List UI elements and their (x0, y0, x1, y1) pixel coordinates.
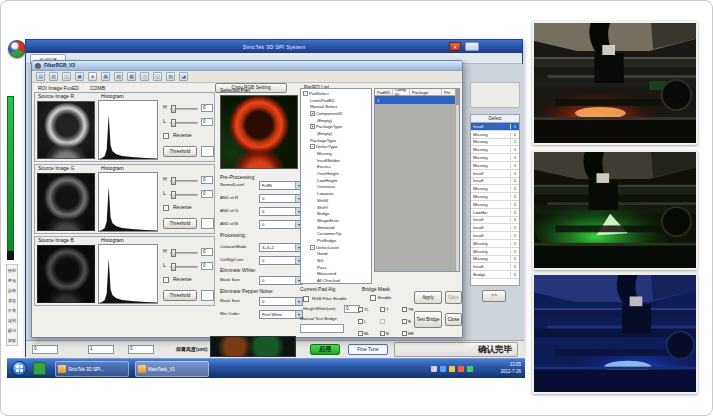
and-g-select[interactable]: 0▾ (259, 207, 303, 216)
tree-item[interactable]: LearnPadED (302, 97, 371, 104)
defect-row[interactable]: Insuff1 (471, 263, 519, 271)
close-button[interactable]: ✕ (449, 42, 461, 51)
min-order-select[interactable]: First White▾ (259, 310, 303, 319)
bottom-field-1[interactable]: 0 (32, 345, 58, 354)
tree-item[interactable]: ShiftY (302, 204, 371, 211)
tree-item[interactable]: All Checked (302, 277, 371, 284)
tree-item[interactable]: +ComponentID (302, 110, 371, 117)
threshold-value[interactable] (201, 218, 214, 229)
tree-item[interactable]: Bridge (302, 210, 371, 217)
defect-row[interactable]: Missing1 (471, 256, 519, 264)
tree-expander-icon[interactable]: + (310, 124, 315, 129)
checkbox[interactable] (402, 307, 407, 312)
toolbar-icon-6[interactable]: ▦ (101, 72, 110, 81)
tree-item[interactable]: (Empty) (302, 130, 371, 137)
defect-row[interactable]: Insuff1 (471, 170, 519, 178)
tree-item[interactable]: Pass (302, 264, 371, 271)
maximize-button[interactable] (465, 42, 479, 51)
tree-item[interactable]: -DefectLevel (302, 244, 371, 251)
tree-item[interactable]: ShiftX (302, 197, 371, 204)
tray-icon-4[interactable] (458, 366, 464, 372)
defect-row[interactable]: Missing1 (471, 240, 519, 248)
tree-item[interactable]: Good (302, 251, 371, 258)
tree-expander-icon[interactable]: - (310, 245, 315, 250)
defect-row[interactable]: Bridge1 (471, 271, 519, 279)
h-slider[interactable] (170, 252, 198, 254)
defect-row[interactable]: Missing1 (471, 154, 519, 162)
tree-item[interactable]: Excess (302, 164, 371, 171)
tree-item[interactable]: (Empty) (302, 117, 371, 124)
tree-item[interactable]: Smeared (302, 224, 371, 231)
tree-item[interactable]: NG (302, 257, 371, 264)
taskbar-item-spi[interactable]: SinicTek 3D SPI... (55, 361, 129, 377)
defect-row[interactable]: Missing1 (471, 162, 519, 170)
tree-item[interactable]: LowHeight (302, 177, 371, 184)
fine-tune-button[interactable]: Fine Tune (348, 344, 388, 355)
h-value-input[interactable]: 0 (201, 176, 213, 184)
reverse-checkbox[interactable] (163, 277, 169, 283)
l-slider-thumb[interactable] (171, 119, 176, 127)
checkbox[interactable] (358, 319, 363, 324)
close-button[interactable]: Close (445, 313, 462, 326)
quick-launch-icon[interactable] (33, 362, 46, 375)
bridge-cell-b[interactable]: B (380, 331, 402, 336)
defect-row[interactable]: Insuff1 (471, 224, 519, 232)
system-tray[interactable] (431, 366, 473, 372)
mask-size-1-select[interactable]: 0▾ (259, 276, 303, 285)
toolbar-icon-3[interactable]: ◫ (62, 72, 71, 81)
toolbar-icon-4[interactable]: ▣ (75, 72, 84, 81)
l-value-input[interactable]: 0 (201, 190, 213, 198)
tree-item[interactable]: InsuffSolder (302, 157, 371, 164)
checkbox[interactable] (358, 331, 363, 336)
l-slider[interactable] (170, 194, 198, 196)
bridge-cell-tl[interactable]: TL (358, 307, 380, 312)
defect-row[interactable]: LowHei1 (471, 209, 519, 217)
confirm-button[interactable]: 确认完毕 (394, 342, 518, 357)
defect-row[interactable]: Missing1 (471, 201, 519, 209)
threshold-value[interactable] (201, 146, 214, 157)
defect-row[interactable]: Missing1 (471, 248, 519, 256)
checkbox[interactable] (402, 331, 407, 336)
toolbar-icon-9[interactable]: ◳ (140, 72, 149, 81)
toolbar-icon-11[interactable]: ▧ (166, 72, 175, 81)
pad-table-scrollbar[interactable] (455, 89, 459, 271)
tree-root[interactable]: -PadSelect (302, 90, 371, 97)
defect-row[interactable]: Missing1 (471, 131, 519, 139)
manual-test-bridge-input[interactable] (300, 324, 344, 333)
bridge-cell-bl[interactable]: BL (358, 331, 380, 336)
toolbar-icon-2[interactable]: ▥ (49, 72, 58, 81)
toolbar-icon-5[interactable]: ● (88, 72, 97, 81)
defect-row[interactable]: Insuff1 (471, 232, 519, 240)
tree-item[interactable]: +PackageType (302, 123, 371, 130)
l-value-input[interactable]: 0 (201, 118, 213, 126)
and-b-select[interactable]: 0▾ (259, 220, 303, 229)
l-slider-thumb[interactable] (171, 263, 176, 271)
tree-item[interactable]: PackageType (302, 137, 371, 144)
save-button[interactable]: Save (445, 291, 462, 304)
toolbar-icon-7[interactable]: ▨ (114, 72, 123, 81)
tree-expander-icon[interactable]: - (303, 91, 308, 96)
toolbar-icon-1[interactable]: ▤ (36, 72, 45, 81)
threshold-button[interactable]: Threshold (163, 146, 197, 157)
toolbar-icon-10[interactable]: ◱ (153, 72, 162, 81)
tree-expander-icon[interactable]: - (310, 144, 315, 149)
tray-icon-5[interactable] (467, 366, 473, 372)
reverse-checkbox[interactable] (163, 133, 169, 139)
defect-row[interactable]: Missing1 (471, 193, 519, 201)
checkbox[interactable] (380, 331, 385, 336)
l-slider[interactable] (170, 122, 198, 124)
tree-item[interactable]: ShapeError (302, 217, 371, 224)
pad-table-selected-row[interactable]: 1 (375, 96, 459, 104)
tray-icon-1[interactable] (431, 366, 437, 372)
tree-item[interactable]: OverHeight (302, 170, 371, 177)
reverse-checkbox[interactable] (163, 205, 169, 211)
defect-row[interactable]: Insuff1 (471, 217, 519, 225)
defect-row[interactable]: Missing1 (471, 185, 519, 193)
bridge-enable-checkbox[interactable] (370, 295, 376, 301)
h-value-input[interactable]: 0 (201, 104, 213, 112)
tree-item[interactable]: Overarea (302, 184, 371, 191)
colorizemode-select[interactable]: 3+3+2▾ (259, 243, 303, 252)
defect-row[interactable]: Missing1 (471, 139, 519, 147)
tree-item[interactable]: Measured (302, 271, 371, 278)
toolbar-icon-12[interactable]: ◪ (179, 72, 188, 81)
